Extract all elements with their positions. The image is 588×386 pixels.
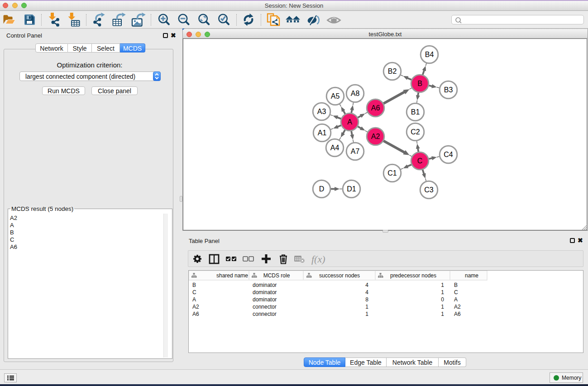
svg-text:A2: A2	[454, 304, 461, 310]
svg-text:A2: A2	[371, 133, 380, 140]
svg-text:C2: C2	[411, 128, 420, 136]
svg-text:1: 1	[365, 304, 368, 310]
svg-text:B4: B4	[425, 51, 434, 58]
svg-text:4: 4	[365, 289, 368, 295]
svg-text:predecessor nodes: predecessor nodes	[390, 272, 436, 279]
svg-text:C1: C1	[387, 169, 397, 177]
svg-text:A3: A3	[317, 108, 326, 115]
svg-text:dominator: dominator	[253, 282, 277, 288]
svg-text:MCDS role: MCDS role	[263, 272, 290, 279]
svg-text:D1: D1	[347, 185, 356, 193]
svg-text:B: B	[454, 282, 458, 288]
svg-text:A6: A6	[192, 311, 199, 317]
svg-text:shared name: shared name	[216, 272, 248, 279]
svg-text:A7: A7	[351, 148, 360, 155]
svg-text:B1: B1	[411, 108, 420, 116]
svg-text:1: 1	[365, 311, 368, 317]
svg-text:A: A	[347, 118, 352, 126]
svg-text:C: C	[417, 157, 423, 165]
svg-text:4: 4	[365, 282, 368, 288]
svg-text:A2: A2	[192, 304, 199, 310]
svg-text:f(x): f(x)	[311, 253, 325, 265]
svg-text:C4: C4	[444, 151, 453, 158]
svg-text:C: C	[192, 289, 196, 295]
svg-text:dominator: dominator	[253, 289, 277, 295]
svg-text:1: 1	[441, 289, 444, 295]
svg-text:A8: A8	[351, 90, 360, 97]
svg-text:A4: A4	[330, 144, 339, 152]
svg-text:1: 1	[441, 304, 444, 310]
svg-text:B3: B3	[444, 86, 453, 94]
svg-text:0: 0	[441, 296, 444, 303]
svg-text:A: A	[454, 296, 458, 303]
svg-text:B: B	[192, 282, 196, 288]
svg-text:successor nodes: successor nodes	[319, 272, 360, 279]
svg-text:C: C	[454, 289, 458, 295]
svg-text:8: 8	[365, 296, 368, 303]
svg-text:1: 1	[441, 311, 444, 317]
svg-text:connector: connector	[253, 311, 277, 317]
svg-text:C3: C3	[424, 186, 434, 194]
svg-text:connector: connector	[253, 304, 277, 310]
svg-text:A1: A1	[318, 129, 327, 137]
svg-text:B: B	[417, 80, 422, 87]
svg-text:dominator: dominator	[253, 296, 277, 303]
svg-text:D: D	[319, 185, 325, 193]
svg-text:A6: A6	[371, 104, 380, 112]
svg-text:1: 1	[441, 282, 444, 288]
svg-text:B2: B2	[388, 67, 397, 75]
svg-text:A: A	[192, 296, 196, 303]
svg-text:A6: A6	[454, 311, 461, 317]
svg-text:name: name	[465, 272, 478, 279]
svg-text:A5: A5	[331, 92, 340, 100]
